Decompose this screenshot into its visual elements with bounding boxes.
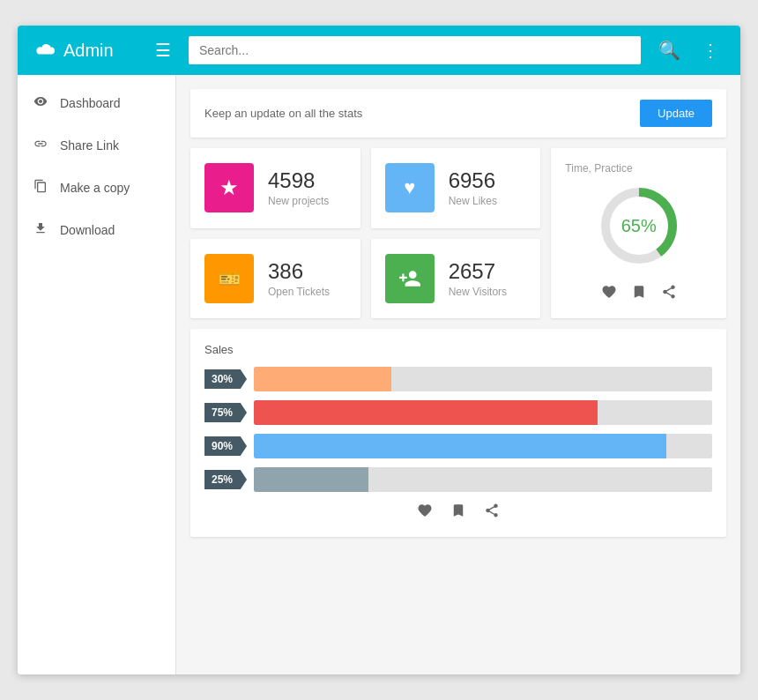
- sidebar-item-dashboard[interactable]: Dashboard: [18, 82, 175, 124]
- bar-label-0: 30%: [204, 369, 247, 389]
- copy-icon: [32, 179, 49, 197]
- cloud-icon: [32, 41, 56, 59]
- bar-track-1: [254, 400, 712, 425]
- stat-info-visitors: 2657 New Visitors: [449, 259, 507, 298]
- stat-info-tickets: 386 Open Tickets: [268, 259, 330, 298]
- donut-actions: [601, 284, 677, 304]
- sidebar-label-download: Download: [60, 223, 115, 237]
- donut-title: Time, Practice: [565, 162, 632, 175]
- stat-number-projects: 4598: [268, 168, 329, 193]
- bar-fill-1: [254, 400, 598, 425]
- bar-track-2: [254, 434, 712, 458]
- more-icon[interactable]: ⋮: [695, 33, 726, 68]
- stat-tickets: 🎫 386 Open Tickets: [190, 239, 360, 319]
- app-title: Admin: [63, 41, 114, 61]
- sales-heart-icon[interactable]: [417, 503, 433, 523]
- link-icon: [32, 137, 49, 154]
- bar-track-0: [254, 367, 712, 391]
- bar-fill-2: [254, 434, 666, 458]
- sales-card: Sales 30% 75% 90%: [190, 329, 726, 537]
- bar-track-3: [254, 467, 712, 492]
- sidebar-item-download[interactable]: Download: [18, 209, 175, 251]
- main-content: Keep an update on all the stats Update ★…: [176, 75, 740, 674]
- stat-projects: ★ 4598 New projects: [190, 148, 360, 228]
- sidebar: Dashboard Share Link Make a copy Downloa…: [18, 75, 176, 674]
- donut-percent: 65%: [621, 216, 657, 236]
- stat-icon-likes: ♥: [385, 163, 435, 212]
- stats-grid: ★ 4598 New projects ♥ 6956: [190, 148, 540, 318]
- donut-share-icon[interactable]: [661, 284, 677, 304]
- bar-row-0: 30%: [204, 367, 712, 391]
- stat-icon-projects: ★: [204, 163, 254, 212]
- search-icon[interactable]: 🔍: [651, 33, 687, 68]
- stat-number-likes: 6956: [449, 168, 497, 193]
- stat-visitors: 2657 New Visitors: [371, 239, 541, 319]
- download-icon: [32, 221, 49, 239]
- stat-label-projects: New projects: [268, 195, 329, 207]
- sidebar-label-dashboard: Dashboard: [60, 96, 121, 110]
- stat-label-visitors: New Visitors: [449, 286, 507, 298]
- bar-row-2: 90%: [204, 434, 712, 458]
- stat-number-tickets: 386: [268, 259, 330, 284]
- sales-share-icon[interactable]: [484, 503, 500, 523]
- add-person-icon: [398, 267, 421, 290]
- heart-icon: ♥: [404, 176, 415, 199]
- update-button[interactable]: Update: [640, 100, 712, 127]
- star-icon: ★: [219, 175, 239, 200]
- search-input[interactable]: [189, 36, 641, 64]
- stat-label-likes: New Likes: [449, 195, 497, 207]
- donut-heart-icon[interactable]: [601, 284, 617, 304]
- bar-label-3: 25%: [204, 470, 247, 489]
- eye-icon: [32, 94, 49, 112]
- header-actions: 🔍 ⋮: [651, 33, 726, 68]
- stat-icon-visitors: [385, 254, 435, 303]
- bar-label-2: 90%: [204, 436, 247, 456]
- donut-card: Time, Practice 65%: [551, 148, 726, 318]
- app-body: Dashboard Share Link Make a copy Downloa…: [18, 75, 740, 674]
- sales-bookmark-icon[interactable]: [450, 503, 466, 523]
- sales-title: Sales: [204, 343, 712, 356]
- update-banner: Keep an update on all the stats Update: [190, 89, 726, 138]
- bar-row-3: 25%: [204, 467, 712, 492]
- sidebar-item-share-link[interactable]: Share Link: [18, 124, 175, 167]
- banner-text: Keep an update on all the stats: [204, 107, 362, 120]
- bar-label-1: 75%: [204, 403, 247, 422]
- sidebar-label-make-copy: Make a copy: [60, 181, 130, 195]
- app-logo: Admin: [32, 41, 137, 61]
- stats-section: ★ 4598 New projects ♥ 6956: [190, 148, 726, 318]
- stat-info-likes: 6956 New Likes: [449, 168, 497, 207]
- hamburger-icon[interactable]: ☰: [148, 33, 178, 68]
- bar-fill-3: [254, 467, 368, 492]
- app-header: Admin ☰ 🔍 ⋮: [18, 26, 740, 75]
- stat-info-projects: 4598 New projects: [268, 168, 329, 207]
- sidebar-label-share-link: Share Link: [60, 138, 119, 153]
- stat-icon-tickets: 🎫: [204, 254, 254, 303]
- sales-actions: [204, 503, 712, 523]
- sidebar-item-make-copy[interactable]: Make a copy: [18, 167, 175, 209]
- bar-fill-0: [254, 367, 391, 391]
- stat-likes: ♥ 6956 New Likes: [371, 148, 541, 228]
- ticket-icon: 🎫: [219, 268, 241, 289]
- bar-row-1: 75%: [204, 400, 712, 425]
- donut-chart: 65%: [595, 182, 683, 270]
- stat-number-visitors: 2657: [449, 259, 507, 284]
- stat-label-tickets: Open Tickets: [268, 286, 330, 298]
- donut-bookmark-icon[interactable]: [631, 284, 647, 304]
